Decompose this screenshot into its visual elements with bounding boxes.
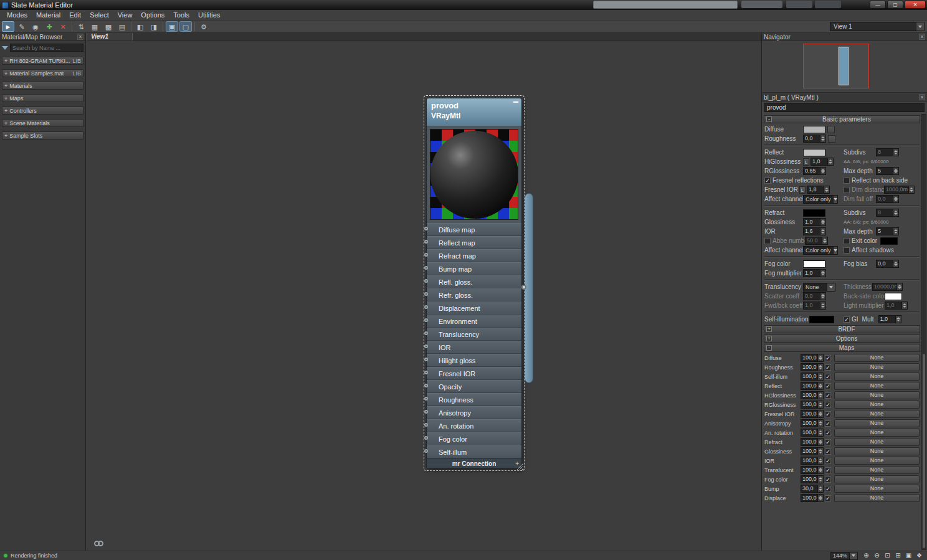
exit-color-checkbox[interactable] (844, 238, 850, 244)
dim-falloff-value[interactable]: 0,0 (876, 195, 893, 203)
spinner-arrows-icon[interactable] (893, 260, 899, 268)
spinner-arrows-icon[interactable] (818, 475, 824, 483)
minimize-button[interactable]: — (870, 1, 886, 9)
reflect-backside-checkbox[interactable] (844, 178, 850, 184)
pan-icon[interactable]: ❖ (915, 552, 924, 560)
map-amount-spinner[interactable]: 100,0 (801, 429, 824, 437)
map-amount-value[interactable]: 100,0 (801, 363, 818, 371)
zoom-extents-icon[interactable]: ⊞ (893, 552, 903, 560)
dim-distance-value[interactable]: 1000,0mm (884, 186, 909, 194)
spinner-arrows-icon[interactable] (818, 391, 824, 399)
thickness-spinner[interactable]: 10000,0m (872, 283, 903, 291)
slot-roughness[interactable]: Roughness (427, 393, 521, 406)
map-enable-checkbox[interactable]: ✓ (825, 430, 831, 436)
spinner-arrows-icon[interactable] (818, 466, 824, 474)
expand-icon[interactable]: + (4, 133, 7, 139)
abbe-number-value[interactable]: 50,0 (805, 237, 822, 245)
fog-multiplier-value[interactable]: 1,0 (803, 269, 820, 277)
browser-item-scene-materials[interactable]: + Scene Materials (2, 119, 83, 127)
connector-icon[interactable] (424, 423, 428, 427)
chevron-down-icon[interactable] (916, 22, 924, 31)
map-slot-button[interactable]: None (834, 485, 920, 493)
connector-icon[interactable] (424, 344, 428, 348)
map-amount-value[interactable]: 100,0 (801, 382, 818, 390)
zoom-out-icon[interactable]: ⊖ (872, 552, 882, 560)
spinner-arrows-icon[interactable] (820, 167, 826, 175)
chevron-down-icon[interactable] (827, 283, 835, 291)
map-amount-spinner[interactable]: 100,0 (801, 391, 824, 399)
map-slot-button[interactable]: None (834, 475, 920, 483)
slot-anisotropy[interactable]: Anisotropy (427, 406, 521, 419)
map-slot-button[interactable]: None (834, 401, 920, 409)
slot-fog-color[interactable]: Fog color (427, 432, 521, 445)
abbe-number-checkbox[interactable] (764, 238, 771, 244)
zoom-in-icon[interactable]: ⊕ (862, 552, 871, 560)
expand-icon[interactable]: + (766, 326, 772, 332)
menu-edit[interactable]: Edit (65, 10, 85, 21)
exit-color-swatch[interactable] (880, 237, 898, 245)
show-shaded-material-icon[interactable]: ▦ (88, 21, 101, 32)
map-slot-button[interactable]: None (834, 466, 920, 474)
subdivs-value[interactable]: 8 (876, 148, 893, 156)
map-slot-button[interactable]: None (834, 373, 920, 381)
slot-refract-map[interactable]: Refract map (427, 249, 521, 262)
map-slot-button[interactable]: None (834, 457, 920, 465)
browser-item-maps[interactable]: + Maps (2, 94, 83, 102)
map-enable-checkbox[interactable]: ✓ (825, 467, 831, 473)
spinner-arrows-icon[interactable] (818, 457, 824, 465)
map-enable-checkbox[interactable]: ✓ (825, 364, 831, 371)
refract-max-depth-spinner[interactable]: 5 (876, 227, 899, 235)
fresnel-reflections-checkbox[interactable]: ✓ (764, 178, 771, 184)
map-slot-button[interactable]: None (834, 354, 920, 362)
fog-multiplier-spinner[interactable]: 1,0 (803, 269, 826, 277)
rollout-maps[interactable]: - Maps (764, 344, 920, 352)
mr-connection-bar[interactable]: mr Connection + (427, 458, 521, 468)
spinner-arrows-icon[interactable] (818, 410, 824, 418)
node-collapse-icon[interactable]: ▬ (513, 98, 518, 104)
scroll-knob-icon[interactable] (521, 285, 526, 290)
select-tool-icon[interactable]: ► (2, 21, 14, 32)
spinner-arrows-icon[interactable] (897, 283, 903, 291)
browser-item-controllers[interactable]: + Controllers (2, 107, 83, 115)
collapse-icon[interactable]: - (766, 116, 772, 122)
node-header[interactable]: provod VRayMtl ▬ (427, 98, 521, 126)
spinner-arrows-icon[interactable] (893, 195, 899, 203)
max-depth-value[interactable]: 5 (876, 167, 893, 175)
slot-an-rotation[interactable]: An. rotation (427, 419, 521, 432)
map-enable-checkbox[interactable]: ✓ (825, 448, 831, 455)
connector-icon[interactable] (424, 410, 428, 414)
spinner-arrows-icon[interactable] (896, 315, 901, 323)
search-input[interactable] (10, 44, 83, 52)
connector-icon[interactable] (424, 279, 428, 283)
map-enable-checkbox[interactable]: ✓ (825, 383, 831, 389)
roughness-map-shortcut-button[interactable] (828, 135, 835, 143)
show-background-icon[interactable]: ▩ (102, 21, 115, 32)
map-amount-spinner[interactable]: 100,0 (801, 457, 824, 465)
close-button[interactable]: ✕ (905, 1, 926, 9)
chevron-down-icon[interactable] (833, 196, 837, 203)
mult-spinner[interactable]: 1,0 (878, 315, 901, 323)
map-slot-button[interactable]: None (834, 494, 920, 502)
dim-falloff-spinner[interactable]: 0,0 (876, 195, 899, 203)
spinner-arrows-icon[interactable] (893, 167, 899, 175)
node-scroll-handle[interactable] (525, 193, 533, 383)
map-amount-value[interactable]: 100,0 (801, 447, 818, 455)
slot-bump-map[interactable]: Bump map (427, 262, 521, 275)
fresnel-ior-value[interactable]: 1,8 (807, 186, 824, 194)
slot-reflect-map[interactable]: Reflect map (427, 236, 521, 249)
map-enable-checkbox[interactable]: ✓ (825, 495, 831, 501)
browser-item-sample-slots[interactable]: + Sample Slots (2, 131, 83, 140)
map-amount-spinner[interactable]: 100,0 (801, 363, 824, 371)
rglossiness-value[interactable]: 0,65 (803, 167, 820, 175)
connector-icon[interactable] (424, 253, 428, 257)
map-slot-button[interactable]: None (834, 410, 920, 418)
params-scrollbar[interactable] (921, 114, 926, 550)
material-node[interactable]: provod VRayMtl ▬ Diffuse map Reflect map… (426, 98, 522, 468)
map-enable-checkbox[interactable]: ✓ (825, 486, 831, 492)
spinner-arrows-icon[interactable] (820, 301, 826, 310)
move-children-icon[interactable]: ⇅ (75, 21, 87, 32)
affect-channels-dropdown[interactable]: Color only (803, 195, 838, 204)
dim-distance-spinner[interactable]: 1000,0mm (884, 186, 915, 194)
map-amount-value[interactable]: 100,0 (801, 438, 818, 446)
connector-icon[interactable] (424, 318, 428, 322)
